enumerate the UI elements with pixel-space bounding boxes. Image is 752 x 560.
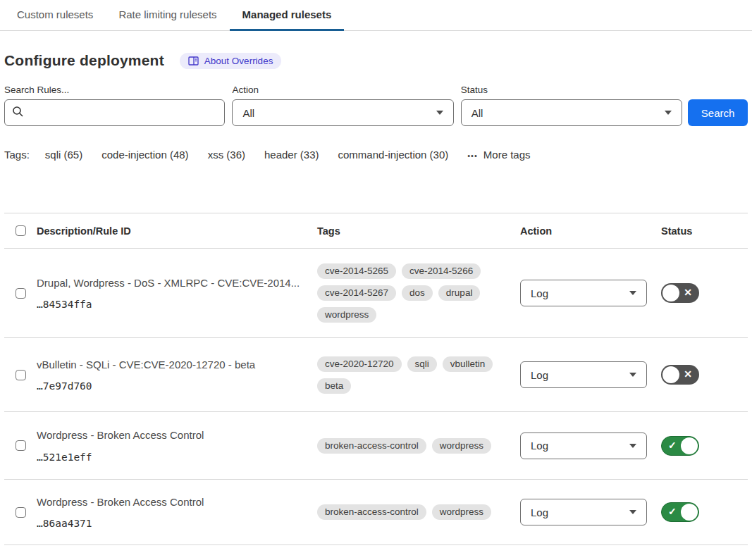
table-header-row: Description/Rule ID Tags Action Status bbox=[4, 213, 748, 249]
rules-table: Description/Rule ID Tags Action Status D… bbox=[4, 213, 748, 545]
rule-title: vBulletin - SQLi - CVE:CVE-2020-12720 - … bbox=[37, 358, 303, 372]
tag-pill: beta bbox=[317, 378, 351, 394]
filter-bar: Search Rules... Action All Status All bbox=[0, 85, 748, 126]
check-icon: ✓ bbox=[668, 503, 677, 523]
status-toggle[interactable]: ✓ ✕ bbox=[661, 502, 699, 522]
action-filter-value: All bbox=[242, 107, 254, 119]
rule-id: …521e1eff bbox=[37, 452, 303, 463]
tags-bar: Tags: sqli (65) code-injection (48) xss … bbox=[4, 149, 748, 161]
row-checkbox[interactable] bbox=[16, 288, 26, 299]
about-overrides-link[interactable]: About Overrides bbox=[180, 53, 282, 69]
action-select[interactable]: Log bbox=[520, 280, 647, 306]
toggle-knob bbox=[681, 504, 698, 521]
more-tags-label: More tags bbox=[483, 149, 531, 161]
tab-managed-rulesets[interactable]: Managed rulesets bbox=[230, 0, 345, 31]
tag-pill: broken-access-control bbox=[317, 504, 426, 520]
tag-pill: wordpress bbox=[317, 307, 376, 323]
chevron-down-icon bbox=[436, 111, 443, 115]
tag-pill: cve-2020-12720 bbox=[317, 356, 402, 372]
chevron-down-icon bbox=[665, 111, 672, 115]
tag-pill: drupal bbox=[438, 285, 481, 301]
column-header-status: Status bbox=[661, 225, 748, 237]
rule-id: …86aa4371 bbox=[37, 518, 303, 529]
status-filter-label: Status bbox=[461, 85, 682, 95]
page-title: Configure deployment bbox=[4, 52, 164, 69]
action-select-value: Log bbox=[531, 506, 548, 518]
action-filter-select[interactable]: All bbox=[232, 99, 453, 126]
rule-id: …84534ffa bbox=[37, 299, 303, 310]
tag-pill: wordpress bbox=[432, 504, 491, 520]
chevron-down-icon bbox=[629, 373, 636, 377]
status-filter-value: All bbox=[471, 107, 483, 119]
x-icon: ✕ bbox=[684, 365, 692, 385]
tag-pill: sqli bbox=[407, 356, 437, 372]
search-icon bbox=[12, 106, 24, 120]
tag-pill: vbulletin bbox=[443, 356, 493, 372]
chevron-down-icon bbox=[629, 510, 636, 514]
action-select[interactable]: Log bbox=[520, 361, 647, 388]
row-checkbox[interactable] bbox=[16, 507, 26, 518]
table-row: Wordpress - Broken Access Control …521e1… bbox=[4, 412, 748, 480]
row-checkbox[interactable] bbox=[16, 370, 26, 380]
about-overrides-label: About Overrides bbox=[204, 56, 273, 66]
ruleset-tabs: Custom rulesets Rate limiting rulesets M… bbox=[0, 0, 752, 31]
toggle-knob bbox=[662, 366, 679, 383]
page-header: Configure deployment About Overrides bbox=[4, 52, 748, 69]
table-row: Wordpress - Broken Access Control …86aa4… bbox=[4, 480, 748, 545]
tags-label: Tags: bbox=[4, 149, 30, 161]
status-filter-select[interactable]: All bbox=[461, 99, 682, 126]
column-header-description: Description/Rule ID bbox=[37, 225, 317, 237]
tag-filter-header[interactable]: header (33) bbox=[264, 149, 319, 161]
toggle-knob bbox=[662, 285, 679, 301]
action-select[interactable]: Log bbox=[520, 499, 647, 525]
action-select-value: Log bbox=[531, 440, 548, 452]
chevron-down-icon bbox=[629, 291, 636, 295]
book-icon bbox=[188, 56, 199, 66]
action-select-value: Log bbox=[531, 369, 548, 381]
tag-pill: cve-2014-5267 bbox=[317, 285, 396, 301]
more-tags-button[interactable]: ••• More tags bbox=[467, 149, 530, 161]
rule-title: Drupal, Wordpress - DoS - XMLRPC - CVE:C… bbox=[37, 276, 303, 290]
x-icon: ✕ bbox=[684, 283, 692, 303]
tag-filter-xss[interactable]: xss (36) bbox=[208, 149, 245, 161]
column-header-action: Action bbox=[520, 225, 661, 237]
tag-filter-code-injection[interactable]: code-injection (48) bbox=[101, 149, 188, 161]
status-toggle[interactable]: ✓ ✕ bbox=[661, 436, 699, 456]
table-row: vBulletin - SQLi - CVE:CVE-2020-12720 - … bbox=[4, 338, 748, 412]
column-header-tags: Tags bbox=[317, 225, 520, 237]
action-select[interactable]: Log bbox=[520, 433, 647, 459]
toggle-knob bbox=[681, 437, 698, 454]
rule-title: Wordpress - Broken Access Control bbox=[37, 428, 303, 442]
action-select-value: Log bbox=[531, 287, 548, 299]
rule-title: Wordpress - Broken Access Control bbox=[37, 495, 303, 509]
check-icon: ✓ bbox=[668, 437, 677, 456]
search-rules-input[interactable] bbox=[4, 99, 225, 126]
ellipsis-icon: ••• bbox=[467, 151, 478, 160]
row-checkbox[interactable] bbox=[16, 440, 26, 451]
tag-pill: cve-2014-5266 bbox=[402, 263, 481, 279]
select-all-checkbox[interactable] bbox=[16, 225, 26, 236]
search-rules-label: Search Rules... bbox=[4, 85, 225, 95]
tag-pill: dos bbox=[402, 285, 433, 301]
tab-rate-limiting-rulesets[interactable]: Rate limiting rulesets bbox=[106, 0, 229, 31]
search-button[interactable]: Search bbox=[688, 99, 748, 126]
action-filter-label: Action bbox=[232, 85, 453, 95]
tag-pill: broken-access-control bbox=[317, 438, 426, 454]
rule-id: …7e97d760 bbox=[37, 380, 303, 392]
chevron-down-icon bbox=[629, 444, 636, 448]
tab-custom-rulesets[interactable]: Custom rulesets bbox=[4, 0, 106, 31]
tag-pill: cve-2014-5265 bbox=[317, 263, 396, 279]
tag-pill: wordpress bbox=[432, 438, 491, 454]
tag-filter-sqli[interactable]: sqli (65) bbox=[45, 149, 82, 161]
status-toggle[interactable]: ✓ ✕ bbox=[661, 283, 699, 303]
table-row: Drupal, Wordpress - DoS - XMLRPC - CVE:C… bbox=[4, 249, 748, 338]
status-toggle[interactable]: ✓ ✕ bbox=[661, 365, 699, 385]
managed-rulesets-page: Custom rulesets Rate limiting rulesets M… bbox=[0, 0, 752, 545]
tag-filter-command-injection[interactable]: command-injection (30) bbox=[338, 149, 449, 161]
